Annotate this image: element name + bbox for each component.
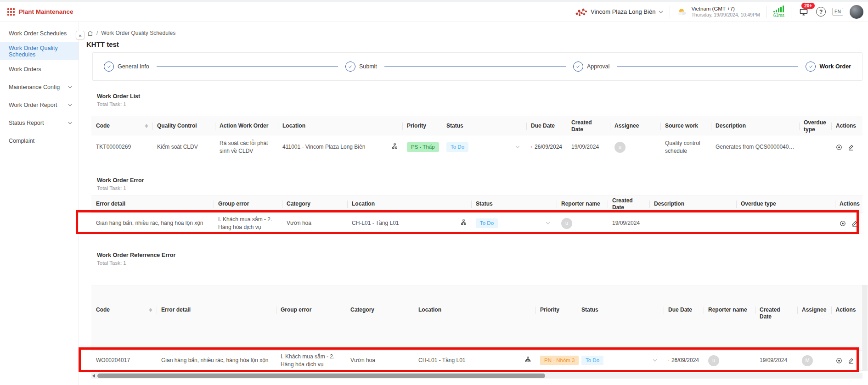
app-brand[interactable]: Plant Maintenance [7, 8, 73, 16]
vertical-scrollbar[interactable] [862, 285, 868, 371]
cell-category: Vườn hoa [346, 351, 414, 371]
cell-location: CH-L01 - Tầng L01 [414, 351, 535, 371]
collapse-sidebar-button[interactable]: « [76, 31, 85, 39]
view-icon[interactable] [836, 144, 842, 151]
overdue-clock-icon [531, 144, 532, 150]
cell-status: To Do [442, 135, 526, 159]
site-selector[interactable]: Vincom Plaza Long Biên [575, 7, 663, 17]
sidebar-item-work-orders[interactable]: Work Orders [0, 60, 79, 78]
work-order-row: TKT00000269 Kiểm soát CLDV Rà soát các l… [91, 135, 862, 159]
column-header-quality-control: Quality Control [152, 117, 215, 135]
work-order-list-title: Work Order List [97, 93, 140, 100]
column-header-code[interactable]: Code [91, 117, 152, 135]
cell-error-detail: Gian hàng bẩn, nhiều rác, hàng hóa lộn x… [91, 213, 214, 234]
step-connector [157, 67, 338, 67]
status-dropdown[interactable]: To Do [476, 218, 552, 228]
work-order-error-title: Work Order Error [97, 177, 144, 184]
step-connector [617, 67, 798, 67]
edit-icon[interactable] [851, 220, 858, 227]
scrollbar-thumb[interactable] [97, 374, 545, 378]
status-dropdown[interactable]: To Do [581, 356, 659, 365]
cell-description: Generates from QCS00000402, Kiể... [711, 135, 799, 159]
column-header-code[interactable]: Code [91, 285, 157, 351]
status-dropdown[interactable]: To Do [446, 142, 522, 152]
topbar-divider [767, 6, 767, 18]
column-header-status: Status [442, 117, 526, 135]
breadcrumb-current[interactable]: Work Order Quality Schedules [101, 30, 175, 36]
horizontal-scrollbar[interactable] [91, 373, 862, 379]
work-order-list-table: Code Quality Control Action Work Order L… [91, 117, 862, 159]
sitemap-icon[interactable] [392, 143, 398, 151]
sidebar-item-status-report[interactable]: Status Report [0, 114, 79, 132]
column-header-reporter-name: Reporter name [704, 285, 755, 351]
step-general-info[interactable]: General Info [104, 61, 149, 72]
scroll-left-arrow-icon[interactable] [92, 374, 95, 378]
table-header-row: Code Error detail Group error Category L… [91, 285, 862, 351]
topbar-divider [670, 6, 670, 18]
column-header-created-date: Created Date [608, 195, 649, 213]
user-avatar[interactable] [850, 5, 863, 19]
sitemap-icon[interactable] [525, 357, 531, 364]
cell-created-date: 19/09/2024 [755, 351, 797, 371]
sort-icon[interactable] [145, 124, 148, 128]
sidebar-item-work-order-schedules[interactable]: Work Order Schedules [0, 24, 79, 42]
column-header-location: Location [278, 117, 402, 135]
column-header-due-date: Due Date [664, 285, 704, 351]
app-title: Plant Maintenance [19, 8, 73, 15]
overdue-clock-icon [668, 357, 669, 363]
edit-icon[interactable] [848, 357, 854, 364]
edit-icon[interactable] [848, 144, 854, 151]
home-icon[interactable] [87, 30, 93, 36]
column-header-description: Description [649, 195, 736, 213]
status-badge: To Do [476, 218, 498, 228]
assignee-avatar: M [802, 355, 813, 366]
cell-reporter-name: u [704, 351, 755, 371]
cell-code: TKT00000269 [91, 135, 152, 159]
cell-due-date: 26/09/2024 [526, 135, 567, 159]
column-header-assignee: Assignee [797, 285, 831, 351]
sidebar-item-work-order-quality-schedules[interactable]: Work Order Quality Schedules [0, 42, 79, 60]
reporter-avatar: u [708, 355, 719, 366]
cell-overdue-type [799, 135, 831, 159]
cell-location: CH-L01 - Tầng L01 [347, 213, 471, 234]
sidebar: Work Order Schedules Work Order Quality … [0, 22, 79, 385]
latency-label: 61ms [773, 13, 784, 18]
help-icon[interactable]: ? [816, 7, 826, 17]
work-order-error-table: Error detail Group error Category Locati… [91, 195, 862, 234]
sort-icon[interactable] [149, 308, 152, 312]
cell-location: 411001 - Vincom Plaza Long Biên [278, 135, 402, 159]
view-icon[interactable] [836, 357, 842, 364]
view-icon[interactable] [840, 220, 846, 227]
chevron-down-icon [68, 86, 72, 89]
breadcrumb: / Work Order Quality Schedules [87, 29, 175, 37]
check-icon [345, 61, 355, 72]
topbar-divider [791, 6, 791, 18]
sidebar-item-complaint[interactable]: Complaint [0, 132, 79, 150]
cell-assignee: M [797, 351, 831, 371]
column-header-category: Category [346, 285, 414, 351]
cell-status: To Do [471, 213, 557, 234]
cell-source-work: Quality control schedule [660, 135, 711, 159]
notifications-button[interactable]: 20+ [798, 6, 810, 18]
check-icon [573, 61, 583, 72]
sidebar-item-work-order-report[interactable]: Work Order Report [0, 96, 79, 114]
column-header-created-date: Created Date [755, 285, 797, 351]
step-work-order[interactable]: Work Order [806, 61, 851, 72]
sitemap-icon[interactable] [461, 219, 467, 227]
plant-maintenance-screen: Plant Maintenance Vincom Plaza Long Biên [0, 0, 868, 385]
chevron-down-icon [68, 104, 72, 106]
sidebar-item-maintenance-config[interactable]: Maintenance Config [0, 78, 79, 96]
step-approval[interactable]: Approval [573, 61, 609, 72]
cell-actions [831, 351, 862, 371]
datetime-label: Thursday, 19/09/2024, 10:49PM [691, 12, 760, 18]
step-submit[interactable]: Submit [345, 61, 377, 72]
chevron-down-icon [515, 145, 520, 148]
topbar: Plant Maintenance Vincom Plaza Long Biên [0, 2, 868, 22]
column-header-due-date: Due Date [526, 117, 567, 135]
cell-created-date: 19/09/2024 [608, 213, 649, 234]
column-header-priority: Priority [402, 117, 442, 135]
priority-badge: PS - Thấp [407, 142, 439, 152]
site-network-icon [575, 7, 587, 17]
language-button[interactable]: EN [832, 8, 843, 16]
column-header-actions: Actions [831, 285, 862, 351]
